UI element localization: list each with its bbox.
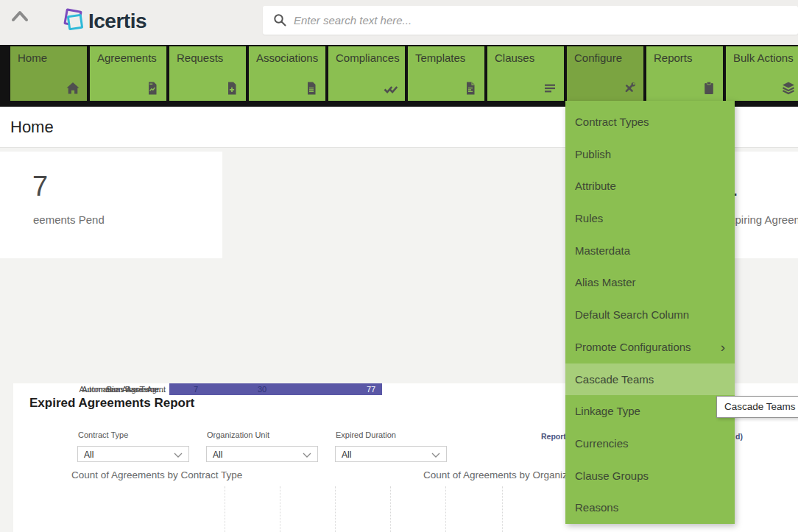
menu-item-default-search-column[interactable]: Default Search Column bbox=[565, 299, 735, 331]
search-input[interactable] bbox=[294, 6, 780, 35]
chevron-down-icon bbox=[431, 453, 440, 458]
filter-organization-unit: Organization Unit All bbox=[206, 430, 320, 464]
agreement-file-icon bbox=[145, 81, 160, 96]
tab-agreements[interactable]: Agreements bbox=[90, 46, 166, 101]
stat-card-agreements-pending[interactable]: 7 eements Pend bbox=[0, 152, 222, 258]
chart-gridline bbox=[280, 486, 280, 532]
menu-item-publish[interactable]: Publish bbox=[565, 138, 735, 171]
cascade-teams-tooltip: Cascade Teams bbox=[716, 396, 798, 418]
tab-clauses[interactable]: Clauses bbox=[487, 46, 564, 101]
menu-item-linkage-type[interactable]: Linkage Type bbox=[565, 395, 735, 428]
icertis-logo: Icertis bbox=[62, 7, 253, 38]
home-icon bbox=[66, 81, 80, 96]
menu-item-clause-groups[interactable]: Clause Groups bbox=[565, 460, 735, 492]
double-check-icon bbox=[384, 81, 398, 96]
menu-item-promote-configurations[interactable]: Promote Configurations › bbox=[565, 331, 735, 363]
configure-dropdown-menu: Contract Types Publish Attribute Rules M… bbox=[565, 101, 735, 524]
expired-duration-select[interactable]: All bbox=[335, 446, 447, 462]
report-title: Expired Agreements Report bbox=[29, 396, 194, 411]
chart-gridline bbox=[225, 486, 225, 532]
filter-expired-duration: Expired Duration All bbox=[335, 430, 449, 464]
global-search bbox=[263, 6, 798, 35]
chevron-down-icon bbox=[174, 453, 183, 458]
association-file-icon bbox=[304, 81, 319, 96]
chart-title-organization: Count of Agreements by Organizatio bbox=[423, 469, 584, 480]
chart-gridline bbox=[390, 486, 391, 532]
chevron-up-icon[interactable] bbox=[9, 7, 31, 26]
request-file-plus-icon bbox=[225, 81, 239, 96]
page-title: Home bbox=[10, 118, 54, 137]
logo-square-front-icon bbox=[67, 14, 84, 31]
menu-item-currencies[interactable]: Currencies bbox=[565, 428, 735, 460]
icertis-app-window: Icertis Home Agreements Requests Associa… bbox=[0, 0, 798, 532]
menu-item-masterdata[interactable]: Masterdata bbox=[565, 235, 735, 267]
clipboard-icon bbox=[702, 81, 716, 96]
menu-item-cascade-teams[interactable]: Cascade Teams bbox=[565, 363, 735, 396]
stat-label: eements Pend bbox=[33, 213, 105, 226]
search-icon bbox=[273, 13, 287, 27]
main-nav-bar: Home Agreements Requests Associations Co… bbox=[0, 45, 798, 107]
tab-templates[interactable]: Templates bbox=[408, 46, 484, 101]
chart-title-contract-type: Count of Agreements by Contract Type bbox=[71, 469, 242, 480]
tab-associations[interactable]: Associations bbox=[249, 46, 325, 101]
tab-requests[interactable]: Requests bbox=[169, 46, 246, 101]
tab-configure[interactable]: Configure bbox=[567, 46, 643, 101]
chart-gridline bbox=[335, 486, 336, 532]
chevron-right-icon: › bbox=[721, 331, 725, 363]
chart-gridline bbox=[502, 486, 503, 532]
tab-compliances[interactable]: Compliances bbox=[328, 46, 405, 101]
layers-icon bbox=[781, 81, 796, 96]
tab-home[interactable]: Home bbox=[10, 46, 87, 101]
brand-name: Icertis bbox=[88, 10, 146, 33]
tab-bulk-actions[interactable]: Bulk Actions bbox=[726, 46, 798, 101]
tab-reports[interactable]: Reports bbox=[646, 46, 723, 101]
tools-icon bbox=[622, 81, 637, 96]
menu-item-attribute[interactable]: Attribute bbox=[565, 170, 735, 202]
template-file-icon bbox=[463, 81, 478, 96]
chart-gridline bbox=[445, 486, 446, 532]
bar-automation-assotwo bbox=[169, 383, 188, 395]
menu-item-rules[interactable]: Rules bbox=[565, 202, 735, 235]
report-generated-text-fragment: d) bbox=[735, 432, 743, 441]
contract-type-select[interactable]: All bbox=[77, 446, 189, 462]
menu-item-contract-types[interactable]: Contract Types bbox=[565, 106, 735, 138]
top-header: Icertis bbox=[0, 0, 798, 45]
organization-unit-select[interactable]: All bbox=[206, 446, 318, 462]
filter-contract-type: Contract Type All bbox=[77, 430, 191, 464]
menu-item-alias-master[interactable]: Alias Master bbox=[565, 266, 735, 299]
stat-value: 7 bbox=[32, 171, 48, 202]
menu-item-reasons[interactable]: Reasons bbox=[565, 492, 735, 524]
clause-lines-icon bbox=[543, 81, 557, 96]
chevron-down-icon bbox=[303, 453, 311, 458]
